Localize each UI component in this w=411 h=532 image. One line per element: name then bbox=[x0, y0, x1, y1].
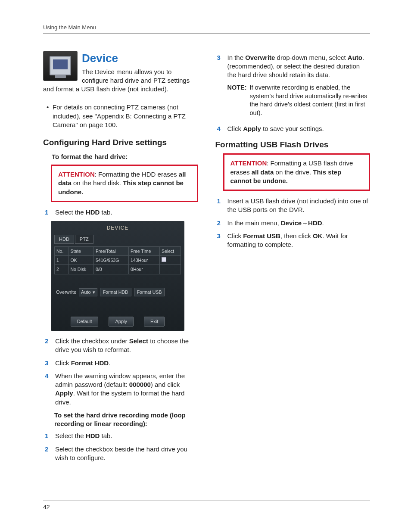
tab-hdd[interactable]: HDD bbox=[54, 235, 74, 244]
running-header: Using the Main Menu bbox=[43, 24, 370, 31]
left-column: Device The Device menu allows you to con… bbox=[43, 51, 198, 467]
col-state: State bbox=[68, 247, 94, 256]
step-3: 3 Click Format USB, then click OK. Wait … bbox=[215, 232, 371, 249]
device-menu-icon bbox=[43, 51, 78, 81]
ptz-detail-bullet: • For details on connecting PTZ cameras … bbox=[47, 103, 198, 129]
row1-select-checkbox[interactable] bbox=[162, 257, 166, 262]
heading-config-hdd: Configuring Hard Drive settings bbox=[43, 137, 198, 148]
table-row: 2 No Disk 0/0 0Hour bbox=[55, 265, 181, 274]
subhead-recording-mode: To set the hard drive recording mode (lo… bbox=[54, 411, 198, 429]
content-columns: Device The Device menu allows you to con… bbox=[43, 51, 370, 467]
note-text: If overwrite recording is enabled, the s… bbox=[250, 84, 371, 117]
attention-format-usb: ATTENTION: Formatting a USB flash drive … bbox=[223, 153, 371, 191]
step-4: 4 Click Apply to save your settings. bbox=[215, 124, 371, 133]
step-3: 3 Click Format HDD. bbox=[43, 359, 198, 367]
overwrite-label: Overwrite bbox=[56, 289, 76, 296]
format-usb-button[interactable]: Format USB bbox=[134, 288, 165, 296]
attention-label: ATTENTION bbox=[230, 159, 267, 167]
step-3: 3 In the Overwrite drop-down menu, selec… bbox=[215, 53, 371, 80]
tab-ptz[interactable]: PTZ bbox=[75, 235, 93, 244]
col-no: No. bbox=[55, 247, 68, 256]
col-select: Select bbox=[160, 247, 181, 256]
heading-format-usb: Formatting USB Flash Drives bbox=[215, 139, 371, 150]
step-2: 2 Select the checkbox beside the hard dr… bbox=[43, 445, 198, 463]
exit-button[interactable]: Exit bbox=[144, 317, 165, 327]
default-button[interactable]: Default bbox=[71, 317, 99, 327]
subhead-format-hdd: To format the hard drive: bbox=[52, 152, 198, 161]
note-label: NOTE: bbox=[227, 84, 250, 117]
step-4: 4 When the warning window appears, enter… bbox=[43, 372, 198, 407]
format-hdd-steps-cont: 2 Click the checkbox under Select to cho… bbox=[43, 337, 198, 407]
device-window-title: DEVICE bbox=[54, 224, 181, 233]
table-row: 1 OK 541G/953G 143Hour bbox=[55, 256, 181, 265]
monitor-icon bbox=[50, 56, 71, 75]
header-rule bbox=[43, 33, 370, 34]
apply-button[interactable]: Apply bbox=[109, 317, 134, 327]
format-hdd-button[interactable]: Format HDD bbox=[100, 288, 131, 296]
device-screenshot: DEVICE HDD PTZ No. State Free/Total Free… bbox=[51, 221, 184, 331]
hdd-table: No. State Free/Total Free Time Select 1 … bbox=[54, 246, 181, 274]
overwrite-note: NOTE: If overwrite recording is enabled,… bbox=[227, 84, 371, 117]
step-2: 2 Click the checkbox under Select to cho… bbox=[43, 337, 198, 355]
col-free-time: Free Time bbox=[129, 247, 160, 256]
recording-mode-steps: 1 Select the HDD tab. 2 Select the check… bbox=[43, 432, 198, 462]
right-column: 3 In the Overwrite drop-down menu, selec… bbox=[215, 51, 371, 467]
attention-label: ATTENTION bbox=[58, 171, 95, 178]
format-usb-steps: 1 Insert a USB flash drive (not included… bbox=[215, 197, 371, 249]
format-hdd-steps: 1 Select the HDD tab. bbox=[43, 208, 198, 217]
footer-rule bbox=[43, 501, 370, 501]
step-2: 2 In the main menu, Device→HDD. bbox=[215, 219, 371, 227]
attention-format-hdd: ATTENTION: Formatting the HDD erases all… bbox=[51, 165, 198, 202]
step-1: 1 Insert a USB flash drive (not included… bbox=[215, 197, 371, 215]
page-number: 42 bbox=[43, 503, 50, 511]
recording-mode-steps-cont: 3 In the Overwrite drop-down menu, selec… bbox=[215, 53, 371, 80]
step-1: 1 Select the HDD tab. bbox=[43, 432, 198, 440]
col-free-total: Free/Total bbox=[94, 247, 129, 256]
chevron-down-icon: ▾ bbox=[93, 289, 95, 296]
step-1: 1 Select the HDD tab. bbox=[43, 208, 198, 217]
overwrite-dropdown[interactable]: Auto ▾ bbox=[79, 288, 97, 296]
arrow-icon: → bbox=[302, 219, 308, 227]
